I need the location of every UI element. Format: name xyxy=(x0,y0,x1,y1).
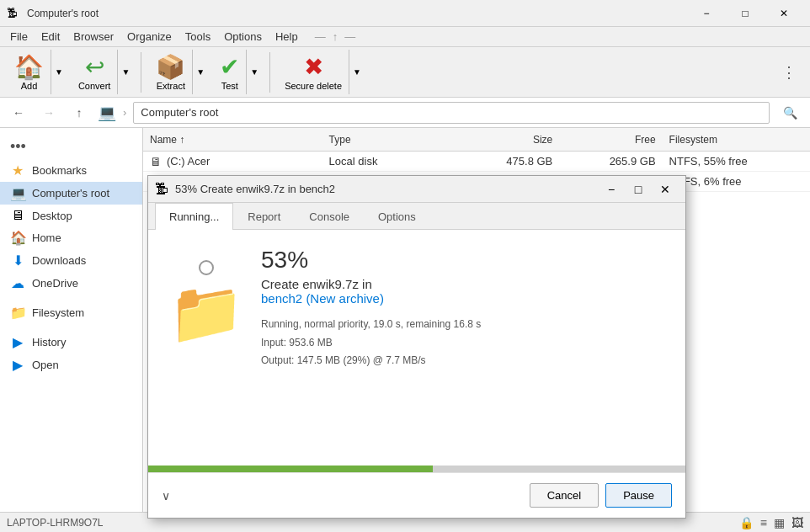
dialog-content: 📁 53% Create enwik9.7z in bench2 (New ar… xyxy=(148,230,685,466)
progress-track xyxy=(148,466,685,472)
dialog-title: 53% Create enwik9.7z in bench2 xyxy=(175,183,598,195)
dialog-overlay: 🗜 53% Create enwik9.7z in bench2 − □ ✕ R… xyxy=(0,0,810,532)
folder-icon-big: 📁 xyxy=(168,282,244,343)
dialog-app-icon: 🗜 xyxy=(155,182,168,197)
progress-dialog: 🗜 53% Create enwik9.7z in bench2 − □ ✕ R… xyxy=(147,175,686,519)
radio-indicator xyxy=(199,260,214,275)
tab-report[interactable]: Report xyxy=(233,203,295,230)
progress-input: Input: 953.6 MB xyxy=(261,334,665,353)
expand-icon[interactable]: ∨ xyxy=(162,489,170,503)
progress-output: Output: 147.5 MB (29%) @ 7.7 MB/s xyxy=(261,352,665,370)
tab-running[interactable]: Running... xyxy=(155,203,233,230)
tab-console[interactable]: Console xyxy=(295,203,364,230)
progress-percent: 53% xyxy=(261,247,665,274)
cancel-button[interactable]: Cancel xyxy=(530,483,599,508)
radio-and-folder: 📁 xyxy=(168,247,244,343)
progress-area: 📁 53% Create enwik9.7z in bench2 (New ar… xyxy=(168,247,665,370)
dialog-progress-bar-container xyxy=(148,466,685,472)
tab-options[interactable]: Options xyxy=(364,203,430,230)
dialog-tabs: Running... Report Console Options xyxy=(148,203,685,230)
dialog-footer: ∨ Cancel Pause xyxy=(148,472,685,518)
pause-button[interactable]: Pause xyxy=(605,483,672,508)
dialog-close-button[interactable]: ✕ xyxy=(652,178,679,201)
progress-status: Running, normal priority, 19.0 s, remain… xyxy=(261,316,665,334)
progress-action: Create enwik9.7z in xyxy=(261,277,665,291)
dialog-maximize-button[interactable]: □ xyxy=(625,178,652,201)
dialog-titlebar: 🗜 53% Create enwik9.7z in bench2 − □ ✕ xyxy=(148,176,685,203)
progress-fill xyxy=(148,466,433,472)
progress-info: 53% Create enwik9.7z in bench2 (New arch… xyxy=(261,247,665,370)
progress-destination: bench2 (New archive) xyxy=(261,291,665,306)
dialog-minimize-button[interactable]: − xyxy=(598,178,625,201)
